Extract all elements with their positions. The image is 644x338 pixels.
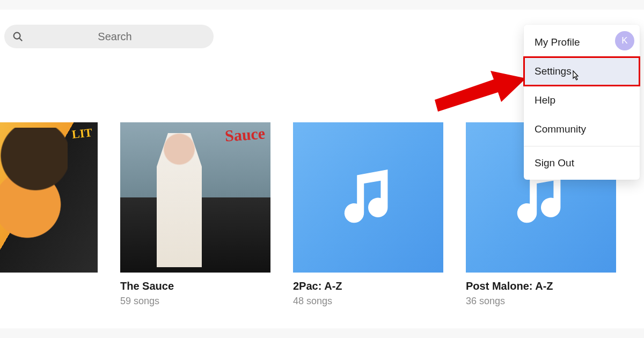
menu-item-sign-out[interactable]: Sign Out xyxy=(524,149,640,178)
playlist-card[interactable] xyxy=(0,122,98,307)
music-note-icon xyxy=(333,163,403,232)
search-input[interactable] xyxy=(24,31,206,43)
playlist-song-count: 48 songs xyxy=(293,296,443,307)
pointer-cursor-icon xyxy=(570,70,581,83)
svg-point-0 xyxy=(14,33,20,39)
album-art[interactable] xyxy=(120,122,270,273)
search-bar[interactable] xyxy=(4,25,214,48)
playlist-title: The Sauce xyxy=(120,280,270,292)
svg-marker-2 xyxy=(435,71,526,112)
playlist-song-count: 36 songs xyxy=(466,296,616,307)
playlist-card[interactable]: The Sauce 59 songs xyxy=(120,122,270,307)
album-art[interactable] xyxy=(293,122,443,273)
svg-line-1 xyxy=(19,38,22,41)
menu-item-label: Settings xyxy=(535,65,572,77)
avatar[interactable]: K xyxy=(615,31,634,50)
menu-divider xyxy=(524,146,640,146)
playlist-title: Post Malone: A-Z xyxy=(466,280,616,292)
menu-item-settings[interactable]: Settings xyxy=(524,57,640,86)
album-art[interactable] xyxy=(0,122,98,273)
search-icon xyxy=(12,31,24,42)
playlist-title: 2Pac: A-Z xyxy=(293,280,443,292)
playlist-card[interactable]: 2Pac: A-Z 48 songs xyxy=(293,122,443,307)
menu-item-help[interactable]: Help xyxy=(524,86,640,115)
app-content: The Sauce 59 songs 2Pac: A-Z 48 songs Po… xyxy=(0,10,644,328)
playlist-song-count: 59 songs xyxy=(120,296,270,307)
annotation-arrow-icon xyxy=(435,69,526,112)
menu-item-community[interactable]: Community xyxy=(524,115,640,144)
